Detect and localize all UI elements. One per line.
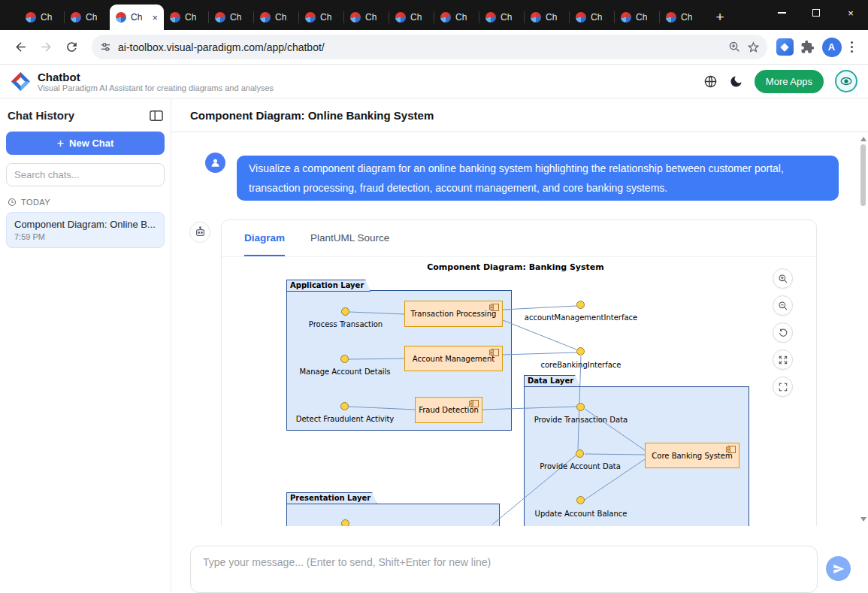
search-chats-input[interactable] (6, 163, 165, 186)
url-bar[interactable]: ai-toolbox.visual-paradigm.com/app/chatb… (92, 35, 767, 59)
site-favicon-icon (531, 12, 541, 23)
browser-tab[interactable]: Ch (479, 5, 525, 30)
collapse-sidebar-icon[interactable] (150, 110, 163, 122)
component-icon (469, 400, 479, 407)
new-tab-button[interactable]: + (709, 7, 730, 28)
site-favicon-icon (116, 12, 126, 23)
bookmark-star-icon[interactable] (747, 41, 760, 53)
browser-tab[interactable]: Ch (65, 5, 110, 30)
reset-view-icon[interactable] (773, 322, 793, 343)
browser-tab[interactable]: Ch (299, 5, 344, 30)
fit-to-screen-icon[interactable] (773, 349, 793, 370)
browser-tab[interactable]: Ch (164, 5, 209, 30)
site-favicon-icon (71, 12, 81, 23)
diagram-title: Component Diagram: Banking System (427, 262, 604, 272)
more-apps-button[interactable]: More Apps (755, 70, 824, 93)
site-controls-icon[interactable] (99, 41, 112, 53)
dark-mode-moon-icon[interactable] (729, 74, 743, 89)
port-label: Update Account Balance (535, 510, 628, 518)
profile-avatar[interactable]: A (822, 38, 842, 57)
tab-title: Ch (455, 12, 467, 23)
port-provide-account-data (576, 449, 584, 458)
browser-menu-icon[interactable] (845, 41, 860, 53)
language-globe-icon[interactable] (703, 74, 718, 89)
browser-tab[interactable]: Ch (209, 5, 254, 30)
browser-tab[interactable]: Ch (389, 5, 434, 30)
tab-title: Ch (365, 12, 377, 23)
scroll-up-arrow-icon[interactable] (860, 137, 866, 141)
diagram-connectors (231, 257, 806, 526)
tab-title: Ch (546, 12, 557, 23)
tab-title: Ch (681, 12, 692, 23)
scroll-down-arrow-icon[interactable] (860, 517, 866, 522)
browser-nav-bar: ai-toolbox.visual-paradigm.com/app/chatb… (0, 30, 868, 65)
site-favicon-icon (305, 12, 316, 23)
fullscreen-icon[interactable] (773, 377, 793, 397)
back-icon[interactable] (9, 36, 32, 59)
chat-item-time: 7:59 PM (14, 232, 156, 241)
diagram-canvas[interactable]: Component Diagram: Banking System Applic… (231, 257, 806, 526)
tab-title: Ch (275, 12, 286, 23)
browser-tab[interactable]: Ch (344, 5, 389, 30)
site-favicon-icon (666, 12, 676, 23)
message-input[interactable] (190, 546, 818, 593)
clock-icon (8, 198, 17, 207)
robot-icon (194, 226, 207, 239)
tab-title: Ch (410, 12, 422, 23)
browser-tab[interactable]: Ch (434, 5, 479, 30)
new-chat-button[interactable]: + New Chat (6, 132, 165, 155)
browser-tab[interactable]: Ch (525, 5, 570, 30)
site-favicon-icon (350, 12, 361, 23)
browser-tab-bar: Ch Ch Ch× Ch Ch Ch Ch Ch Ch Ch Ch Ch Ch … (0, 0, 868, 30)
tab-diagram[interactable]: Diagram (244, 220, 285, 256)
window-minimize-button[interactable] (764, 0, 799, 26)
reload-icon[interactable] (60, 36, 83, 59)
section-label: TODAY (21, 198, 50, 207)
pinned-extension-icon[interactable] (776, 38, 794, 56)
scrollbar-thumb[interactable] (860, 144, 866, 206)
send-button[interactable] (826, 556, 851, 581)
site-favicon-icon (576, 12, 586, 23)
zoom-out-icon[interactable] (773, 295, 793, 316)
window-maximize-button[interactable] (799, 0, 833, 26)
chat-scrollbar[interactable] (858, 132, 868, 526)
window-close-button[interactable]: × (833, 0, 868, 26)
tab-title: Ch (41, 12, 52, 23)
browser-tab-active[interactable]: Ch× (110, 5, 164, 30)
browser-tab[interactable]: Ch (615, 5, 660, 30)
interface-label: coreBankingInterface (540, 361, 621, 369)
forward-icon[interactable] (35, 36, 57, 59)
url-text[interactable]: ai-toolbox.visual-paradigm.com/app/chatb… (118, 41, 722, 53)
assistant-avatar-icon[interactable] (835, 70, 857, 92)
app-title-block: Chatbot Visual Paradigm AI Assistant for… (38, 71, 274, 92)
tab-close-icon[interactable]: × (152, 13, 158, 23)
browser-tab[interactable]: Ch (660, 5, 705, 30)
plus-icon: + (57, 138, 64, 150)
component-transaction-processing: Transaction Processing (404, 301, 503, 327)
tab-title: Ch (131, 12, 142, 23)
zoom-in-icon[interactable] (773, 268, 793, 289)
tab-title: Ch (501, 12, 512, 23)
port-provide-transaction-data (576, 403, 585, 411)
tab-plantuml-source[interactable]: PlantUML Source (310, 220, 389, 256)
port-label: Process Transaction (309, 320, 383, 328)
component-icon (489, 304, 499, 311)
chat-history-sidebar: Chat History + New Chat TODAY Component … (0, 98, 171, 593)
browser-tab[interactable]: Ch (20, 5, 65, 30)
extensions-puzzle-icon[interactable] (797, 36, 819, 59)
component-icon (489, 349, 499, 356)
port-label: Provide Account Data (540, 462, 621, 470)
site-favicon-icon (215, 12, 225, 23)
window-controls: × (764, 0, 868, 26)
browser-tab[interactable]: Ch (254, 5, 299, 30)
chat-history-item[interactable]: Component Diagram: Online B... 7:59 PM (6, 212, 165, 248)
browser-tab[interactable]: Ch (570, 5, 615, 30)
site-favicon-icon (440, 12, 451, 23)
zoom-indicator-icon[interactable] (728, 41, 741, 53)
interface-label: accountManagementInterface (525, 313, 637, 322)
site-favicon-icon (260, 12, 271, 23)
send-plane-icon (833, 563, 845, 575)
chat-message-area: Visualize a component diagram for an onl… (171, 132, 868, 526)
tab-title: Ch (86, 12, 97, 23)
visual-paradigm-logo (11, 71, 31, 92)
